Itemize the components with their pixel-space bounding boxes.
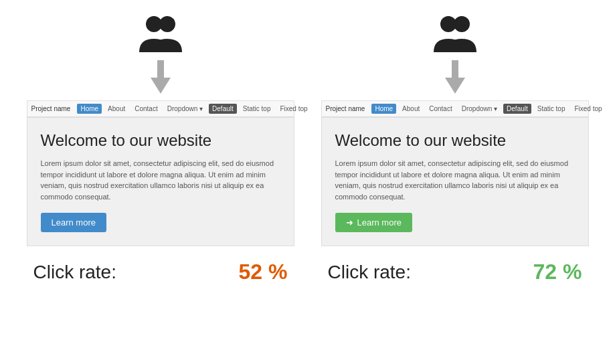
click-rate-row: Click rate: 52 % Click rate: 72 %: [0, 260, 615, 284]
content-card-b: Welcome to our website Lorem ipsum dolor…: [321, 117, 589, 246]
learn-more-button-b[interactable]: ➜ Learn more: [335, 213, 412, 232]
svg-marker-3: [151, 78, 171, 94]
nav-static-b[interactable]: Static top: [534, 104, 569, 114]
variants-container: Project name Home About Contact Dropdown…: [0, 13, 615, 246]
content-card-a: Welcome to our website Lorem ipsum dolor…: [27, 117, 294, 246]
click-rate-value-a: 52 %: [239, 260, 288, 284]
variant-b: Project name Home About Contact Dropdown…: [321, 13, 589, 246]
nav-dropdown-a[interactable]: Dropdown ▾: [164, 104, 206, 114]
nav-contact-b[interactable]: Contact: [426, 104, 455, 114]
card-title-b: Welcome to our website: [335, 131, 575, 150]
nav-fixed-b[interactable]: Fixed top: [571, 104, 605, 114]
card-title-a: Welcome to our website: [41, 131, 280, 150]
nav-brand-b: Project name: [326, 105, 365, 112]
nav-dropdown-b[interactable]: Dropdown ▾: [458, 104, 501, 114]
navbar-b: Project name Home About Contact Dropdown…: [321, 100, 589, 117]
card-body-a: Lorem ipsum dolor sit amet, consectetur …: [41, 158, 280, 202]
nav-contact-a[interactable]: Contact: [131, 104, 161, 114]
arrow-icon-b: ➜: [346, 217, 353, 227]
card-body-b: Lorem ipsum dolor sit amet, consectetur …: [335, 158, 575, 202]
arrow-down-a: [151, 60, 171, 94]
arrow-down-b: [445, 60, 465, 94]
users-icon-b: [428, 13, 482, 54]
variant-a: Project name Home About Contact Dropdown…: [27, 13, 294, 246]
svg-point-5: [440, 16, 456, 32]
svg-point-1: [146, 16, 162, 32]
nav-default-a[interactable]: Default: [209, 104, 237, 114]
svg-rect-2: [157, 60, 164, 79]
navbar-a: Project name Home About Contact Dropdown…: [27, 100, 294, 117]
nav-brand-a: Project name: [31, 105, 71, 112]
svg-marker-7: [445, 78, 465, 94]
click-rate-block-a: Click rate: 52 %: [27, 260, 294, 284]
click-rate-label-a: Click rate:: [33, 262, 116, 283]
click-rate-value-b: 72 %: [533, 260, 582, 284]
click-rate-label-b: Click rate:: [328, 262, 411, 283]
nav-home-a[interactable]: Home: [77, 104, 102, 114]
users-icon-a: [134, 13, 187, 54]
nav-static-a[interactable]: Static top: [240, 104, 274, 114]
learn-more-label-b: Learn more: [357, 217, 402, 227]
nav-about-b[interactable]: About: [399, 104, 423, 114]
svg-rect-6: [452, 60, 458, 79]
nav-about-a[interactable]: About: [104, 104, 128, 114]
click-rate-block-b: Click rate: 72 %: [321, 260, 589, 284]
learn-more-button-a[interactable]: Learn more: [41, 213, 106, 232]
nav-default-b[interactable]: Default: [503, 104, 531, 114]
nav-home-b[interactable]: Home: [371, 104, 396, 114]
nav-fixed-a[interactable]: Fixed top: [276, 104, 311, 114]
